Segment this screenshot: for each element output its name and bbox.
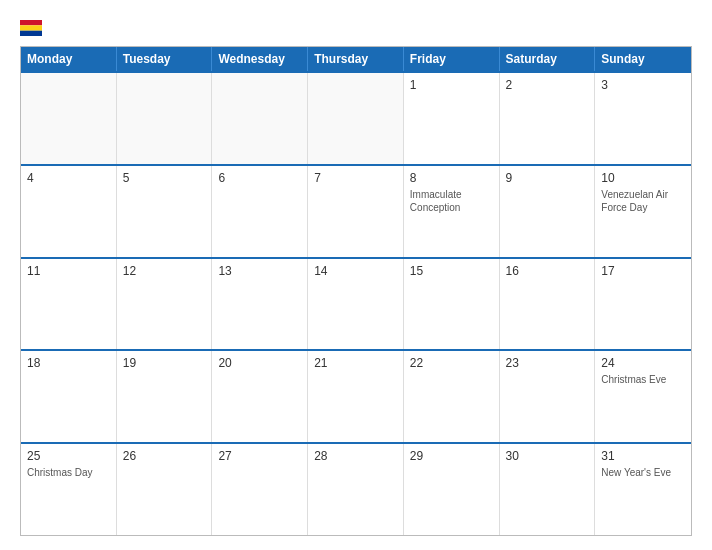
calendar-week-0: 123	[21, 71, 691, 164]
day-number: 12	[123, 264, 206, 278]
day-number: 10	[601, 171, 685, 185]
day-number: 21	[314, 356, 397, 370]
calendar-cell: 2	[500, 73, 596, 164]
calendar-cell	[308, 73, 404, 164]
day-number: 1	[410, 78, 493, 92]
calendar-cell: 16	[500, 259, 596, 350]
day-number: 9	[506, 171, 589, 185]
day-number: 24	[601, 356, 685, 370]
calendar-page: MondayTuesdayWednesdayThursdayFridaySatu…	[0, 0, 712, 550]
calendar-cell: 28	[308, 444, 404, 535]
day-number: 29	[410, 449, 493, 463]
calendar-cell: 4	[21, 166, 117, 257]
calendar-cell: 8Immaculate Conception	[404, 166, 500, 257]
day-number: 13	[218, 264, 301, 278]
day-number: 23	[506, 356, 589, 370]
calendar-week-1: 45678Immaculate Conception910Venezuelan …	[21, 164, 691, 257]
calendar-week-2: 11121314151617	[21, 257, 691, 350]
calendar-cell: 30	[500, 444, 596, 535]
calendar-cell: 17	[595, 259, 691, 350]
day-number: 5	[123, 171, 206, 185]
day-number: 4	[27, 171, 110, 185]
event-label: Venezuelan Air Force Day	[601, 189, 668, 213]
calendar-cell: 11	[21, 259, 117, 350]
day-number: 16	[506, 264, 589, 278]
calendar-cell: 24Christmas Eve	[595, 351, 691, 442]
header-cell-tuesday: Tuesday	[117, 47, 213, 71]
calendar-cell: 21	[308, 351, 404, 442]
header-cell-friday: Friday	[404, 47, 500, 71]
day-number: 20	[218, 356, 301, 370]
calendar-cell: 18	[21, 351, 117, 442]
day-number: 15	[410, 264, 493, 278]
calendar-cell: 1	[404, 73, 500, 164]
calendar-cell	[117, 73, 213, 164]
calendar-cell: 5	[117, 166, 213, 257]
calendar-cell: 25Christmas Day	[21, 444, 117, 535]
day-number: 18	[27, 356, 110, 370]
logo	[20, 18, 42, 36]
calendar-week-4: 25Christmas Day262728293031New Year's Ev…	[21, 442, 691, 535]
calendar-cell: 26	[117, 444, 213, 535]
calendar-cell: 15	[404, 259, 500, 350]
calendar-cell: 12	[117, 259, 213, 350]
day-number: 7	[314, 171, 397, 185]
day-number: 11	[27, 264, 110, 278]
calendar-cell: 22	[404, 351, 500, 442]
day-number: 14	[314, 264, 397, 278]
event-label: Christmas Eve	[601, 374, 666, 385]
calendar-body: 12345678Immaculate Conception910Venezuel…	[21, 71, 691, 535]
calendar-cell: 13	[212, 259, 308, 350]
calendar-cell: 20	[212, 351, 308, 442]
calendar-cell: 14	[308, 259, 404, 350]
calendar-cell: 10Venezuelan Air Force Day	[595, 166, 691, 257]
day-number: 31	[601, 449, 685, 463]
calendar-cell: 3	[595, 73, 691, 164]
day-number: 3	[601, 78, 685, 92]
header-cell-wednesday: Wednesday	[212, 47, 308, 71]
calendar-grid: MondayTuesdayWednesdayThursdayFridaySatu…	[20, 46, 692, 536]
day-number: 19	[123, 356, 206, 370]
calendar-cell: 6	[212, 166, 308, 257]
svg-rect-2	[20, 30, 42, 35]
calendar-cell: 27	[212, 444, 308, 535]
day-number: 22	[410, 356, 493, 370]
day-number: 6	[218, 171, 301, 185]
calendar-week-3: 18192021222324Christmas Eve	[21, 349, 691, 442]
calendar-cell: 29	[404, 444, 500, 535]
calendar-cell: 23	[500, 351, 596, 442]
calendar-cell	[212, 73, 308, 164]
header-cell-sunday: Sunday	[595, 47, 691, 71]
day-number: 28	[314, 449, 397, 463]
event-label: Immaculate Conception	[410, 189, 462, 213]
calendar-cell: 9	[500, 166, 596, 257]
calendar-cell	[21, 73, 117, 164]
header	[20, 18, 692, 36]
day-number: 30	[506, 449, 589, 463]
svg-rect-0	[20, 20, 42, 25]
svg-rect-1	[20, 25, 42, 30]
calendar-cell: 19	[117, 351, 213, 442]
day-number: 8	[410, 171, 493, 185]
logo-flag-icon	[20, 20, 42, 36]
header-cell-monday: Monday	[21, 47, 117, 71]
day-number: 26	[123, 449, 206, 463]
day-number: 27	[218, 449, 301, 463]
event-label: New Year's Eve	[601, 467, 671, 478]
calendar-cell: 31New Year's Eve	[595, 444, 691, 535]
calendar-header-row: MondayTuesdayWednesdayThursdayFridaySatu…	[21, 47, 691, 71]
calendar-cell: 7	[308, 166, 404, 257]
day-number: 25	[27, 449, 110, 463]
header-cell-thursday: Thursday	[308, 47, 404, 71]
day-number: 17	[601, 264, 685, 278]
day-number: 2	[506, 78, 589, 92]
event-label: Christmas Day	[27, 467, 93, 478]
header-cell-saturday: Saturday	[500, 47, 596, 71]
